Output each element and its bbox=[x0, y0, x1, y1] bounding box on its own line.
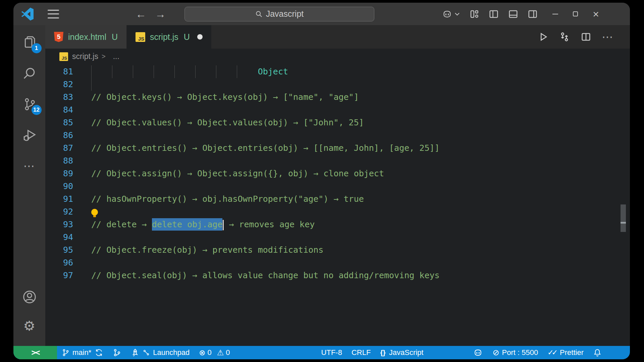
launchpad-indicator[interactable]: Launchpad bbox=[126, 346, 194, 359]
menu-icon[interactable] bbox=[48, 10, 59, 18]
sync-icon bbox=[95, 348, 103, 357]
toggle-sidebar-button[interactable] bbox=[489, 9, 499, 19]
braces-icon: {} bbox=[380, 349, 385, 357]
tab-script-js[interactable]: JS script.js U bbox=[127, 25, 211, 49]
lightbulb-icon[interactable] bbox=[91, 209, 98, 216]
scrollbar[interactable] bbox=[621, 204, 626, 232]
restore-button[interactable] bbox=[573, 11, 578, 16]
code-text: // Object.seal(obj) → allows value chang… bbox=[91, 270, 440, 280]
close-button[interactable]: × bbox=[593, 9, 599, 19]
warning-icon: ⚠ bbox=[217, 348, 224, 357]
line-content: // Object.keys() → Object.keys(obj) → ["… bbox=[91, 91, 630, 104]
title-bar-right: × bbox=[432, 9, 630, 19]
run-file-button[interactable] bbox=[537, 31, 549, 43]
tab-index-html[interactable]: 5 index.html U bbox=[45, 25, 127, 49]
encoding-indicator[interactable]: UTF-8 bbox=[317, 346, 347, 359]
split-editor-button[interactable] bbox=[580, 31, 592, 43]
code-line-87[interactable]: 87// Object.entries() → Object.entries(o… bbox=[45, 142, 630, 155]
code-line-93[interactable]: 93// delete → delete obj.age → removes a… bbox=[45, 218, 630, 231]
scm-graph-indicator[interactable] bbox=[108, 346, 126, 359]
toggle-panel-button[interactable] bbox=[508, 9, 518, 19]
line-number: 86 bbox=[45, 129, 91, 142]
more-views-button[interactable]: ⋯ bbox=[21, 157, 38, 175]
port-indicator[interactable]: ⊘ Port : 5500 bbox=[488, 346, 543, 359]
no-entry-icon: ⊘ bbox=[492, 348, 499, 357]
minimize-button[interactable] bbox=[552, 14, 558, 14]
forward-button[interactable]: → bbox=[155, 9, 166, 19]
activity-bar: 1 12 bbox=[13, 25, 45, 346]
js-icon: JS bbox=[136, 32, 145, 42]
layout-grid-icon bbox=[469, 9, 479, 19]
prettier-indicator[interactable]: ✓✓ Prettier bbox=[543, 346, 588, 359]
more-actions-button[interactable]: ⋯ bbox=[602, 30, 614, 44]
code-line-83[interactable]: 83// Object.keys() → Object.keys(obj) → … bbox=[45, 91, 630, 104]
code-line-95[interactable]: 95// Object.freeze(obj) → prevents modif… bbox=[45, 244, 630, 256]
line-number: 89 bbox=[45, 167, 91, 180]
line-number: 90 bbox=[45, 180, 91, 193]
code-line-92[interactable]: 92 bbox=[45, 205, 630, 218]
debug-icon bbox=[22, 127, 37, 143]
language-indicator[interactable]: {} JavaScript bbox=[375, 346, 428, 359]
breadcrumb-more[interactable]: ... bbox=[113, 52, 119, 61]
breadcrumb-separator: > bbox=[102, 53, 106, 60]
error-icon: ⊗ bbox=[199, 348, 205, 357]
explorer-button[interactable]: 1 bbox=[21, 34, 38, 51]
code-line-91[interactable]: 91// hasOwnProperty() → obj.hasOwnProper… bbox=[45, 193, 630, 205]
back-button[interactable]: ← bbox=[136, 9, 146, 19]
line-number: 95 bbox=[45, 244, 91, 256]
code-line-84[interactable]: 84 bbox=[45, 104, 630, 116]
code-line-88[interactable]: 88 bbox=[45, 155, 630, 167]
branch-indicator[interactable]: main* bbox=[57, 346, 108, 359]
toggle-secondary-sidebar-button[interactable] bbox=[528, 9, 538, 19]
line-content bbox=[91, 104, 630, 116]
search-icon bbox=[255, 10, 263, 18]
code-line-82[interactable]: 82 bbox=[45, 78, 630, 91]
line-number: 85 bbox=[45, 116, 91, 129]
code-line-97[interactable]: 97// Object.seal(obj) → allows value cha… bbox=[45, 269, 630, 282]
modified-dot-icon[interactable] bbox=[197, 34, 203, 40]
run-icon bbox=[537, 31, 549, 43]
indent-guide bbox=[91, 78, 92, 91]
code-line-85[interactable]: 85// Object.values() → Object.values(obj… bbox=[45, 116, 630, 129]
line-number: 93 bbox=[45, 218, 91, 231]
problems-indicator[interactable]: ⊗ 0 ⚠ 0 bbox=[194, 346, 234, 359]
search-icon bbox=[22, 66, 37, 81]
command-center-search[interactable]: Javascript bbox=[184, 7, 374, 21]
code-line-81[interactable]: 81 Object bbox=[45, 65, 630, 78]
code-line-89[interactable]: 89// Object.assign() → Object.assign({},… bbox=[45, 167, 630, 180]
code-editor[interactable]: 81 Object8283// Object.keys() → Object.k… bbox=[45, 64, 630, 346]
scrollbar-marker bbox=[621, 222, 626, 224]
eol-indicator[interactable]: CRLF bbox=[347, 346, 375, 359]
code-line-96[interactable]: 96 bbox=[45, 256, 630, 269]
line-number: 91 bbox=[45, 193, 91, 205]
source-control-button[interactable]: 12 bbox=[21, 96, 38, 113]
notifications-button[interactable] bbox=[588, 346, 606, 359]
prettier-label: Prettier bbox=[560, 348, 584, 357]
copilot-button[interactable] bbox=[442, 9, 460, 19]
line-content: // Object.assign() → Object.assign({}, o… bbox=[91, 167, 630, 180]
chevron-down-icon bbox=[454, 12, 460, 16]
customize-layout-button[interactable] bbox=[469, 9, 479, 19]
line-content: // Object.freeze(obj) → prevents modific… bbox=[91, 244, 630, 256]
copilot-status[interactable] bbox=[468, 346, 488, 359]
line-content bbox=[91, 205, 630, 218]
search-button[interactable] bbox=[21, 65, 38, 82]
code-line-90[interactable]: 90 bbox=[45, 180, 630, 193]
settings-button[interactable]: ⚙ bbox=[21, 317, 38, 335]
line-content: Object bbox=[91, 65, 630, 78]
line-number: 92 bbox=[45, 205, 91, 218]
tab-label: index.html bbox=[68, 32, 106, 42]
line-number: 81 bbox=[45, 65, 91, 78]
code-line-94[interactable]: 94 bbox=[45, 231, 630, 244]
language-label: JavaScript bbox=[389, 348, 424, 357]
code-line-86[interactable]: 86 bbox=[45, 129, 630, 142]
split-editor-icon bbox=[580, 31, 592, 43]
account-button[interactable] bbox=[21, 288, 38, 306]
breadcrumb-file[interactable]: script.js bbox=[72, 52, 98, 61]
launchpad-label: Launchpad bbox=[153, 348, 190, 357]
remote-indicator[interactable]: >< bbox=[13, 346, 57, 359]
indent-guide bbox=[154, 65, 154, 78]
run-debug-button[interactable] bbox=[21, 126, 38, 144]
sidebar-right-icon bbox=[528, 9, 538, 19]
compare-changes-button[interactable] bbox=[559, 31, 570, 43]
